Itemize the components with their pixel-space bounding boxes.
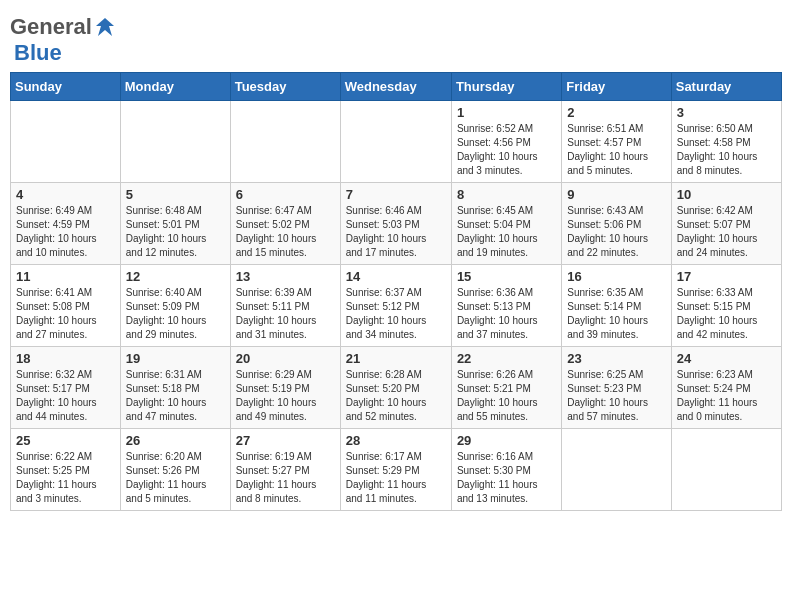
day-number: 23 <box>567 351 665 366</box>
calendar-cell <box>11 101 121 183</box>
calendar-cell: 9Sunrise: 6:43 AM Sunset: 5:06 PM Daylig… <box>562 183 671 265</box>
calendar-cell: 7Sunrise: 6:46 AM Sunset: 5:03 PM Daylig… <box>340 183 451 265</box>
logo-blue-text: Blue <box>14 40 62 66</box>
weekday-header-row: SundayMondayTuesdayWednesdayThursdayFrid… <box>11 73 782 101</box>
day-info: Sunrise: 6:26 AM Sunset: 5:21 PM Dayligh… <box>457 368 556 424</box>
day-number: 16 <box>567 269 665 284</box>
calendar-cell: 24Sunrise: 6:23 AM Sunset: 5:24 PM Dayli… <box>671 347 781 429</box>
calendar-cell: 1Sunrise: 6:52 AM Sunset: 4:56 PM Daylig… <box>451 101 561 183</box>
day-info: Sunrise: 6:36 AM Sunset: 5:13 PM Dayligh… <box>457 286 556 342</box>
logo-bird-icon <box>94 16 116 38</box>
weekday-header-cell: Tuesday <box>230 73 340 101</box>
day-number: 9 <box>567 187 665 202</box>
calendar-cell: 22Sunrise: 6:26 AM Sunset: 5:21 PM Dayli… <box>451 347 561 429</box>
day-info: Sunrise: 6:49 AM Sunset: 4:59 PM Dayligh… <box>16 204 115 260</box>
day-info: Sunrise: 6:31 AM Sunset: 5:18 PM Dayligh… <box>126 368 225 424</box>
day-number: 10 <box>677 187 776 202</box>
calendar-week-row: 11Sunrise: 6:41 AM Sunset: 5:08 PM Dayli… <box>11 265 782 347</box>
day-info: Sunrise: 6:48 AM Sunset: 5:01 PM Dayligh… <box>126 204 225 260</box>
day-number: 3 <box>677 105 776 120</box>
day-number: 5 <box>126 187 225 202</box>
day-info: Sunrise: 6:23 AM Sunset: 5:24 PM Dayligh… <box>677 368 776 424</box>
calendar-cell: 25Sunrise: 6:22 AM Sunset: 5:25 PM Dayli… <box>11 429 121 511</box>
weekday-header-cell: Wednesday <box>340 73 451 101</box>
weekday-header-cell: Saturday <box>671 73 781 101</box>
page-header: General Blue <box>10 10 782 66</box>
day-number: 26 <box>126 433 225 448</box>
day-info: Sunrise: 6:16 AM Sunset: 5:30 PM Dayligh… <box>457 450 556 506</box>
day-info: Sunrise: 6:28 AM Sunset: 5:20 PM Dayligh… <box>346 368 446 424</box>
day-number: 20 <box>236 351 335 366</box>
day-info: Sunrise: 6:37 AM Sunset: 5:12 PM Dayligh… <box>346 286 446 342</box>
calendar-cell: 6Sunrise: 6:47 AM Sunset: 5:02 PM Daylig… <box>230 183 340 265</box>
day-number: 24 <box>677 351 776 366</box>
calendar-cell: 23Sunrise: 6:25 AM Sunset: 5:23 PM Dayli… <box>562 347 671 429</box>
calendar-table: SundayMondayTuesdayWednesdayThursdayFrid… <box>10 72 782 511</box>
day-info: Sunrise: 6:32 AM Sunset: 5:17 PM Dayligh… <box>16 368 115 424</box>
calendar-cell <box>562 429 671 511</box>
day-info: Sunrise: 6:17 AM Sunset: 5:29 PM Dayligh… <box>346 450 446 506</box>
calendar-week-row: 1Sunrise: 6:52 AM Sunset: 4:56 PM Daylig… <box>11 101 782 183</box>
calendar-cell: 15Sunrise: 6:36 AM Sunset: 5:13 PM Dayli… <box>451 265 561 347</box>
day-info: Sunrise: 6:51 AM Sunset: 4:57 PM Dayligh… <box>567 122 665 178</box>
weekday-header-cell: Friday <box>562 73 671 101</box>
weekday-header-cell: Thursday <box>451 73 561 101</box>
calendar-cell: 28Sunrise: 6:17 AM Sunset: 5:29 PM Dayli… <box>340 429 451 511</box>
day-number: 7 <box>346 187 446 202</box>
calendar-cell: 29Sunrise: 6:16 AM Sunset: 5:30 PM Dayli… <box>451 429 561 511</box>
svg-marker-0 <box>96 18 114 36</box>
calendar-cell: 4Sunrise: 6:49 AM Sunset: 4:59 PM Daylig… <box>11 183 121 265</box>
calendar-cell: 3Sunrise: 6:50 AM Sunset: 4:58 PM Daylig… <box>671 101 781 183</box>
day-number: 28 <box>346 433 446 448</box>
calendar-cell: 13Sunrise: 6:39 AM Sunset: 5:11 PM Dayli… <box>230 265 340 347</box>
day-info: Sunrise: 6:35 AM Sunset: 5:14 PM Dayligh… <box>567 286 665 342</box>
day-info: Sunrise: 6:25 AM Sunset: 5:23 PM Dayligh… <box>567 368 665 424</box>
day-number: 2 <box>567 105 665 120</box>
day-info: Sunrise: 6:39 AM Sunset: 5:11 PM Dayligh… <box>236 286 335 342</box>
day-info: Sunrise: 6:29 AM Sunset: 5:19 PM Dayligh… <box>236 368 335 424</box>
day-number: 4 <box>16 187 115 202</box>
day-number: 6 <box>236 187 335 202</box>
day-number: 8 <box>457 187 556 202</box>
day-info: Sunrise: 6:50 AM Sunset: 4:58 PM Dayligh… <box>677 122 776 178</box>
day-info: Sunrise: 6:33 AM Sunset: 5:15 PM Dayligh… <box>677 286 776 342</box>
day-info: Sunrise: 6:40 AM Sunset: 5:09 PM Dayligh… <box>126 286 225 342</box>
calendar-cell: 17Sunrise: 6:33 AM Sunset: 5:15 PM Dayli… <box>671 265 781 347</box>
calendar-week-row: 25Sunrise: 6:22 AM Sunset: 5:25 PM Dayli… <box>11 429 782 511</box>
day-number: 27 <box>236 433 335 448</box>
day-number: 12 <box>126 269 225 284</box>
calendar-cell: 26Sunrise: 6:20 AM Sunset: 5:26 PM Dayli… <box>120 429 230 511</box>
calendar-cell: 21Sunrise: 6:28 AM Sunset: 5:20 PM Dayli… <box>340 347 451 429</box>
logo-general-text: General <box>10 14 92 40</box>
day-number: 15 <box>457 269 556 284</box>
day-info: Sunrise: 6:20 AM Sunset: 5:26 PM Dayligh… <box>126 450 225 506</box>
calendar-body: 1Sunrise: 6:52 AM Sunset: 4:56 PM Daylig… <box>11 101 782 511</box>
day-info: Sunrise: 6:47 AM Sunset: 5:02 PM Dayligh… <box>236 204 335 260</box>
day-number: 18 <box>16 351 115 366</box>
day-number: 29 <box>457 433 556 448</box>
logo: General Blue <box>10 10 116 66</box>
day-info: Sunrise: 6:42 AM Sunset: 5:07 PM Dayligh… <box>677 204 776 260</box>
calendar-week-row: 4Sunrise: 6:49 AM Sunset: 4:59 PM Daylig… <box>11 183 782 265</box>
day-info: Sunrise: 6:22 AM Sunset: 5:25 PM Dayligh… <box>16 450 115 506</box>
weekday-header-cell: Sunday <box>11 73 121 101</box>
calendar-cell: 5Sunrise: 6:48 AM Sunset: 5:01 PM Daylig… <box>120 183 230 265</box>
day-number: 17 <box>677 269 776 284</box>
calendar-cell: 16Sunrise: 6:35 AM Sunset: 5:14 PM Dayli… <box>562 265 671 347</box>
day-info: Sunrise: 6:41 AM Sunset: 5:08 PM Dayligh… <box>16 286 115 342</box>
calendar-cell <box>120 101 230 183</box>
calendar-cell: 19Sunrise: 6:31 AM Sunset: 5:18 PM Dayli… <box>120 347 230 429</box>
calendar-cell: 2Sunrise: 6:51 AM Sunset: 4:57 PM Daylig… <box>562 101 671 183</box>
calendar-cell: 14Sunrise: 6:37 AM Sunset: 5:12 PM Dayli… <box>340 265 451 347</box>
calendar-cell: 20Sunrise: 6:29 AM Sunset: 5:19 PM Dayli… <box>230 347 340 429</box>
day-number: 1 <box>457 105 556 120</box>
calendar-cell: 11Sunrise: 6:41 AM Sunset: 5:08 PM Dayli… <box>11 265 121 347</box>
day-number: 19 <box>126 351 225 366</box>
day-info: Sunrise: 6:19 AM Sunset: 5:27 PM Dayligh… <box>236 450 335 506</box>
day-info: Sunrise: 6:46 AM Sunset: 5:03 PM Dayligh… <box>346 204 446 260</box>
calendar-week-row: 18Sunrise: 6:32 AM Sunset: 5:17 PM Dayli… <box>11 347 782 429</box>
weekday-header-cell: Monday <box>120 73 230 101</box>
calendar-cell: 18Sunrise: 6:32 AM Sunset: 5:17 PM Dayli… <box>11 347 121 429</box>
calendar-cell: 27Sunrise: 6:19 AM Sunset: 5:27 PM Dayli… <box>230 429 340 511</box>
day-number: 25 <box>16 433 115 448</box>
